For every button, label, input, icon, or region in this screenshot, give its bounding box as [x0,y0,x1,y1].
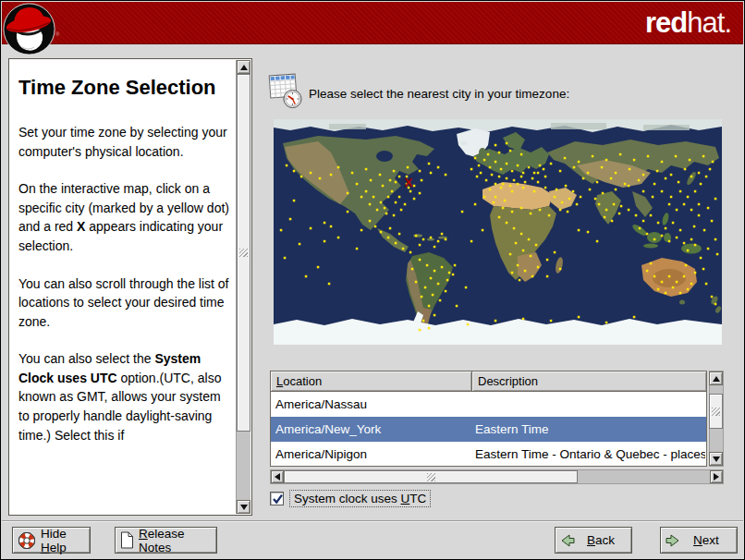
table-row[interactable]: America/NipigonEastern Time - Ontario & … [271,442,706,467]
release-notes-button[interactable]: Release Notes [115,527,217,554]
utc-checkbox-label[interactable]: System clock uses UTC [289,490,431,507]
help-paragraphs: Set your time zone by selecting your com… [18,123,232,444]
next-label: Next [685,533,727,547]
help-content: Time Zone Selection Set your time zone b… [9,59,236,515]
cell-location: America/New_York [271,422,472,436]
table-row[interactable]: America/Nassau [271,392,706,417]
footer-separator [2,520,743,522]
hide-help-label: Hide Help [41,527,90,554]
scrollbar-thumb[interactable] [237,74,250,432]
arrow-down-icon [240,505,248,510]
back-button[interactable]: Back [555,527,632,554]
thumb-grip-icon [712,408,720,416]
thumb-grip-icon [427,473,435,481]
header-texture [2,2,743,43]
document-icon [120,531,134,549]
scrollbar-thumb[interactable] [284,470,578,483]
arrow-down-icon [713,457,720,462]
table-vertical-scrollbar[interactable] [709,371,724,467]
back-arrow-icon [560,534,575,547]
help-scrollbar[interactable] [236,60,250,514]
redhat-shadowman-logo-icon [3,3,55,55]
selected-city-marker: X [405,176,413,189]
hide-help-button[interactable]: Hide Help [12,527,91,554]
checkmark-icon [272,493,284,505]
scroll-right-button[interactable] [710,470,723,483]
registered-mark: ® [55,31,59,37]
next-button[interactable]: Next [660,527,738,554]
cell-description: Eastern Time - Ontario & Quebec - places… [472,447,705,461]
help-paragraph: On the interactive map, click on a speci… [18,179,232,255]
header-bar: redhat. [2,2,743,44]
utc-checkbox[interactable] [270,492,284,505]
prompt-label: Please select the nearest city in your t… [309,87,569,101]
scroll-left-button[interactable] [271,470,284,483]
scroll-down-button[interactable] [709,452,723,466]
redhat-wordmark: redhat. [645,6,731,40]
thumb-grip-icon [239,249,248,257]
help-paragraph: You can also select the System Clock use… [18,349,232,444]
brand-bold: red [645,6,687,39]
cell-location: America/Nipigon [271,447,472,461]
table-horizontal-scrollbar[interactable] [270,469,724,484]
help-paragraph: Set your time zone by selecting your com… [18,123,232,161]
installer-window: redhat. ® Time Zone Selection Set your t… [0,0,745,560]
table-row[interactable]: America/New_YorkEastern Time [271,417,706,442]
timezone-table: Location Description America/NassauAmeri… [270,371,724,467]
page-title: Time Zone Selection [18,74,232,101]
table-body: America/NassauAmerica/New_YorkEastern Ti… [270,392,707,467]
column-header-location[interactable]: Location [270,371,472,392]
scrollbar-thumb[interactable] [709,394,723,429]
arrow-left-icon [275,473,280,481]
cell-description: Eastern Time [472,422,705,436]
arrow-up-icon [240,65,248,70]
back-label: Back [580,533,622,547]
table-header: Location Description [270,371,707,392]
scroll-up-button[interactable] [709,371,723,385]
world-map[interactable]: X [274,119,722,345]
brand-light: hat. [687,6,731,39]
help-panel: Time Zone Selection Set your time zone b… [8,58,252,516]
life-preserver-icon [18,531,36,550]
scroll-up-button[interactable] [237,60,250,74]
next-arrow-icon [666,534,680,547]
column-header-description[interactable]: Description [472,371,707,392]
scroll-down-button[interactable] [237,500,250,514]
cell-location: America/Nassau [271,397,472,411]
arrow-up-icon [713,376,720,382]
release-notes-label: Release Notes [139,527,216,554]
utc-option-row: System clock uses UTC [270,490,431,507]
help-paragraph: You can also scroll through the list of … [18,274,232,332]
timezone-calendar-clock-icon [267,71,304,110]
arrow-right-icon [714,473,719,481]
